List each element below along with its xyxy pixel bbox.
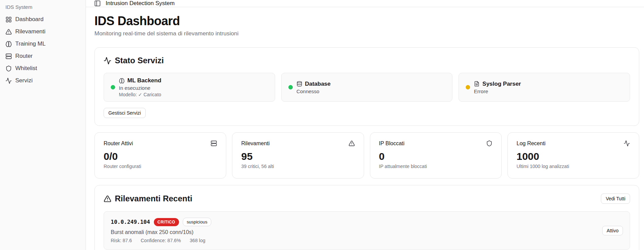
main-area: Intrusion Detection System IDS Dashboard… — [86, 0, 644, 250]
sidebar-item-dashboard[interactable]: Dashboard — [3, 13, 83, 26]
sidebar-item-label: Router — [15, 53, 33, 60]
stat-card-router-attivi: Router Attivi 0/0 Router configurati — [94, 132, 226, 179]
brain-icon — [119, 78, 125, 84]
detections-title: Rilevamenti Recenti — [115, 194, 192, 203]
stat-value: 0 — [379, 151, 493, 162]
activity-icon — [624, 140, 630, 147]
stat-caption: Router configurati — [104, 164, 217, 169]
alert-triangle-icon — [104, 195, 111, 203]
sidebar-item-label: Servizi — [15, 77, 33, 84]
recent-detections-card: Rilevamenti Recenti Vedi Tutti 10.0.249.… — [94, 185, 639, 250]
sidebar-item-label: Dashboard — [15, 16, 43, 23]
stat-value: 0/0 — [104, 151, 217, 162]
status-dot-connected — [288, 85, 293, 89]
sidebar-item-label: Training ML — [15, 40, 46, 47]
services-grid: ML Backend In esecuzione Modello: ✓ Cari… — [104, 73, 630, 102]
stat-title: Rilevamenti — [241, 140, 270, 147]
service-status: In esecuzione — [119, 85, 161, 91]
service-name: Syslog Parser — [482, 81, 521, 87]
detections-header: Rilevamenti Recenti Vedi Tutti — [104, 194, 630, 204]
detection-ip: 10.0.249.104 — [111, 219, 150, 225]
detection-row[interactable]: 10.0.249.104 CRITICO suspicious Burst an… — [104, 211, 630, 250]
severity-badge: CRITICO — [154, 218, 179, 226]
dashboard-grid-icon — [5, 16, 12, 23]
services-status-card: Stato Servizi ML Backend In esecuzione M… — [94, 47, 639, 126]
detection-log-count: 368 log — [190, 238, 205, 243]
stat-value: 1000 — [517, 151, 630, 162]
stat-title: IP Bloccati — [379, 140, 405, 147]
shield-icon — [486, 140, 493, 147]
brain-icon — [5, 41, 12, 47]
stat-caption: 39 critici, 56 alti — [241, 164, 355, 169]
service-name: ML Backend — [127, 77, 161, 84]
services-card-title: Stato Servizi — [115, 56, 164, 65]
sidebar-item-servizi[interactable]: Servizi — [3, 74, 83, 87]
stat-caption: IP attualmente bloccati — [379, 164, 493, 169]
database-icon — [297, 81, 302, 87]
stats-row: Router Attivi 0/0 Router configurati Ril… — [94, 132, 639, 179]
status-dot-running — [111, 85, 115, 89]
view-all-button[interactable]: Vedi Tutti — [601, 194, 630, 204]
sidebar-item-whitelist[interactable]: Whitelist — [3, 62, 83, 74]
app-root: IDS System Dashboard Rilevamenti Trainin… — [0, 0, 644, 250]
sidebar-item-label: Rilevamenti — [15, 28, 46, 35]
server-icon — [211, 140, 217, 147]
alert-triangle-icon — [348, 140, 355, 147]
topbar-title: Intrusion Detection System — [106, 0, 175, 7]
detection-risk: Risk: 87.6 — [111, 238, 132, 243]
alert-triangle-icon — [5, 29, 12, 35]
status-dot-error — [466, 85, 470, 89]
sidebar-item-router[interactable]: Router — [3, 50, 83, 62]
service-item-database: Database Connesso — [281, 73, 453, 102]
stat-caption: Ultimi 1000 log analizzati — [517, 164, 630, 169]
sidebar: IDS System Dashboard Rilevamenti Trainin… — [0, 0, 86, 250]
sidebar-item-label: Whitelist — [15, 65, 37, 72]
stat-card-ip-bloccati: IP Bloccati 0 IP attualmente bloccati — [370, 132, 502, 179]
sidebar-item-training-ml[interactable]: Training ML — [3, 38, 83, 50]
topbar: Intrusion Detection System — [86, 0, 644, 7]
stat-title: Router Attivi — [104, 140, 133, 147]
detection-tag-badge: suspicious — [183, 218, 212, 226]
panel-left-toggle-icon[interactable] — [94, 0, 101, 7]
detection-description: Burst anomali (max 250 conn/10s) — [111, 229, 211, 235]
sidebar-title: IDS System — [3, 3, 83, 11]
services-card-header: Stato Servizi — [104, 56, 630, 65]
page-subtitle: Monitoring real-time del sistema di rile… — [94, 30, 639, 37]
service-item-ml-backend: ML Backend In esecuzione Modello: ✓ Cari… — [104, 73, 275, 102]
service-model-detail: Modello: ✓ Caricato — [119, 92, 161, 97]
file-text-icon — [474, 81, 480, 87]
service-status: Connesso — [297, 88, 331, 94]
page-title: IDS Dashboard — [94, 14, 639, 28]
stat-title: Log Recenti — [517, 140, 545, 147]
server-icon — [5, 53, 12, 60]
stat-card-log-recenti: Log Recenti 1000 Ultimi 1000 log analizz… — [507, 132, 639, 179]
sidebar-item-rilevamenti[interactable]: Rilevamenti — [3, 26, 83, 38]
activity-icon — [5, 78, 12, 84]
service-item-syslog-parser: Syslog Parser Errore — [459, 73, 630, 102]
service-name: Database — [305, 81, 331, 87]
stat-card-rilevamenti: Rilevamenti 95 39 critici, 56 alti — [232, 132, 364, 179]
detection-confidence: Confidence: 87.6% — [141, 238, 181, 243]
detection-state-badge: Attivo — [602, 226, 623, 235]
stat-value: 95 — [241, 151, 355, 162]
shield-icon — [5, 65, 12, 72]
activity-icon — [104, 57, 111, 65]
service-status: Errore — [474, 88, 521, 94]
page-content: IDS Dashboard Monitoring real-time del s… — [86, 7, 644, 250]
manage-services-button[interactable]: Gestisci Servizi — [104, 108, 146, 118]
